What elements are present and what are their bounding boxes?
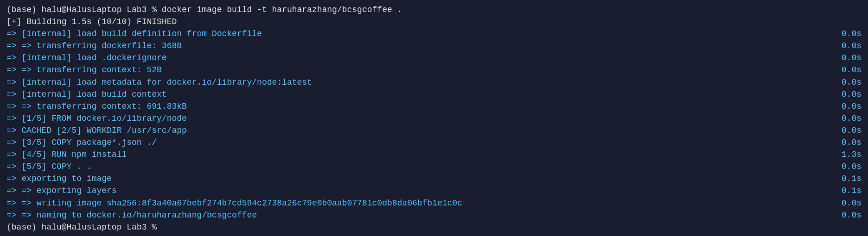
terminal-line: (base) halu@HalusLaptop Lab3 % docker im… [6, 4, 862, 16]
line-text: => [5/5] COPY . . [6, 161, 832, 173]
line-text: => => naming to docker.io/haruharazhang/… [6, 209, 832, 221]
line-duration: 0.0s [832, 40, 862, 52]
terminal-line: => exporting to image0.1s [6, 173, 862, 185]
terminal-line: => [1/5] FROM docker.io/library/node0.0s [6, 112, 862, 124]
terminal-line: => [4/5] RUN npm install1.3s [6, 149, 862, 161]
line-duration: 0.0s [832, 209, 862, 221]
line-duration: 0.0s [832, 64, 862, 76]
line-text: => => transferring context: 691.83kB [6, 100, 832, 112]
line-duration: 0.0s [832, 76, 862, 88]
line-text: => [internal] load metadata for docker.i… [6, 76, 832, 88]
terminal-line: => [internal] load metadata for docker.i… [6, 76, 862, 88]
terminal-line: => => transferring context: 52B0.0s [6, 64, 862, 76]
line-duration: 0.0s [832, 112, 862, 124]
line-text: => CACHED [2/5] WORKDIR /usr/src/app [6, 124, 832, 137]
terminal-line: => => naming to docker.io/haruharazhang/… [6, 209, 862, 221]
terminal-line: => CACHED [2/5] WORKDIR /usr/src/app0.0s [6, 124, 862, 137]
line-text: [+] Building 1.5s (10/10) FINISHED [6, 16, 862, 28]
line-duration: 0.0s [832, 100, 862, 112]
line-text: => [internal] load build definition from… [6, 28, 832, 40]
terminal: (base) halu@HalusLaptop Lab3 % docker im… [0, 0, 868, 236]
line-text: => => exporting layers [6, 185, 832, 197]
line-text: => => writing image sha256:8f3a40a67bebf… [6, 197, 832, 209]
line-text: => => transferring context: 52B [6, 64, 832, 76]
terminal-line: => => writing image sha256:8f3a40a67bebf… [6, 197, 862, 209]
line-duration: 0.0s [832, 197, 862, 209]
line-text: => [internal] load build context [6, 88, 832, 100]
terminal-line: => => transferring dockerfile: 368B0.0s [6, 40, 862, 52]
terminal-line: => [internal] load build context0.0s [6, 88, 862, 100]
line-text: => [3/5] COPY package*.json ./ [6, 137, 832, 149]
terminal-line: => [internal] load build definition from… [6, 28, 862, 40]
line-text: => => transferring dockerfile: 368B [6, 40, 832, 52]
line-duration: 0.0s [832, 28, 862, 40]
terminal-line: => [3/5] COPY package*.json ./0.0s [6, 137, 862, 149]
line-text: (base) halu@HalusLaptop Lab3 % docker im… [6, 4, 862, 16]
terminal-line: [+] Building 1.5s (10/10) FINISHED [6, 16, 862, 28]
terminal-line: => => exporting layers0.1s [6, 185, 862, 197]
line-duration: 0.1s [832, 173, 862, 185]
terminal-line: (base) halu@HalusLaptop Lab3 % [6, 221, 862, 233]
line-duration: 0.0s [832, 137, 862, 149]
line-duration: 0.0s [832, 161, 862, 173]
line-text: (base) halu@HalusLaptop Lab3 % [6, 221, 862, 233]
terminal-line: => [5/5] COPY . .0.0s [6, 161, 862, 173]
line-duration: 0.0s [832, 52, 862, 64]
line-text: => [4/5] RUN npm install [6, 149, 832, 161]
line-duration: 0.0s [832, 88, 862, 100]
terminal-line: => => transferring context: 691.83kB0.0s [6, 100, 862, 112]
line-text: => [internal] load .dockerignore [6, 52, 832, 64]
line-text: => exporting to image [6, 173, 832, 185]
line-duration: 0.0s [832, 124, 862, 137]
line-duration: 0.1s [832, 185, 862, 197]
line-duration: 1.3s [832, 149, 862, 161]
terminal-line: => [internal] load .dockerignore0.0s [6, 52, 862, 64]
line-text: => [1/5] FROM docker.io/library/node [6, 112, 832, 124]
